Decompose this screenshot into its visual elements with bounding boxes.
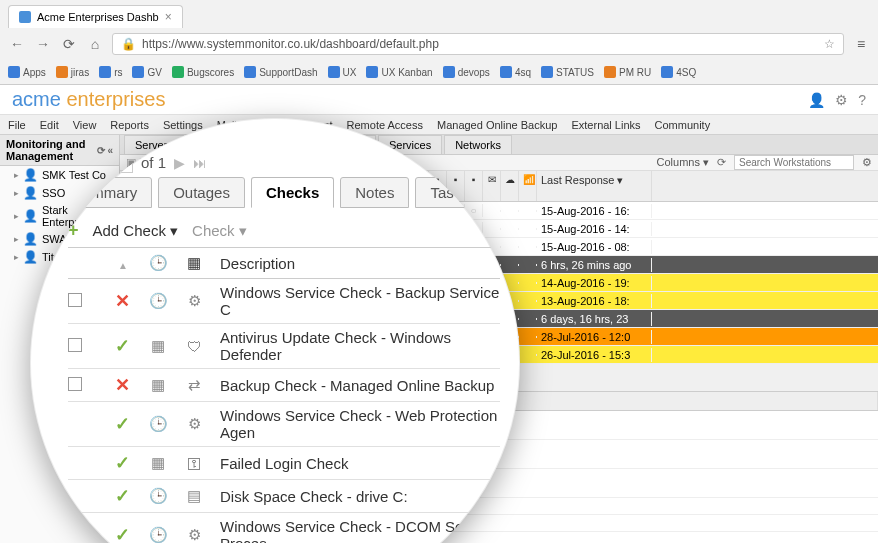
menu-item[interactable]: Settings — [163, 119, 203, 131]
clock-icon: 🕒 — [140, 487, 176, 505]
check-row[interactable]: ✕▦⇄Backup Check - Managed Online Backup — [68, 369, 500, 402]
help-icon[interactable]: ? — [858, 92, 866, 108]
swap-icon: ⇄ — [176, 376, 212, 394]
url-input[interactable]: 🔒 https://www.systemmonitor.co.uk/dashbo… — [112, 33, 844, 55]
col-broadcast[interactable]: 📶 — [519, 171, 537, 201]
calendar-icon[interactable]: ▦ — [176, 254, 212, 272]
home-icon[interactable]: ⌂ — [86, 36, 104, 52]
menu-item[interactable]: Community — [655, 119, 711, 131]
bookmark-icon — [172, 66, 184, 78]
check-row[interactable]: ✓🕒⚙Windows Service Check - Web Protectio… — [68, 402, 500, 447]
star-icon[interactable]: ☆ — [824, 37, 835, 51]
status-icon: ✓ — [115, 486, 130, 506]
collapse-icon[interactable]: « — [107, 145, 113, 156]
checkbox[interactable] — [68, 377, 82, 391]
bookmark-item[interactable]: GV — [132, 66, 161, 78]
pager-last-icon[interactable]: ⏭ — [193, 155, 207, 171]
bookmark-item[interactable]: UX Kanban — [366, 66, 432, 78]
search-input[interactable] — [734, 155, 854, 170]
refresh-icon[interactable]: ⟳ — [717, 156, 726, 169]
checks-header: ▲ 🕒 ▦ Description — [68, 248, 500, 279]
menu-icon[interactable]: ≡ — [852, 36, 870, 52]
bookmark-item[interactable]: devops — [443, 66, 490, 78]
reload-icon[interactable]: ⟳ — [60, 36, 78, 52]
gear-icon: ⚙ — [176, 415, 212, 433]
lens-tab[interactable]: Outages — [158, 177, 245, 208]
shield-icon: 🛡 — [176, 338, 212, 355]
menu-item[interactable]: Edit — [40, 119, 59, 131]
status-icon: ✓ — [115, 414, 130, 434]
view-tab[interactable]: Networks — [444, 135, 512, 154]
bookmark-item[interactable]: jiras — [56, 66, 89, 78]
detail-subtabs: ummaryOutagesChecksNotesTas — [68, 177, 500, 208]
client-icon: 👤 — [23, 168, 38, 182]
pager-next-icon[interactable]: ▶ — [174, 155, 185, 171]
bookmark-item[interactable]: 4SQ — [661, 66, 696, 78]
sort-icon[interactable]: ▲ — [118, 260, 128, 271]
back-icon[interactable]: ← — [8, 36, 26, 52]
bookmark-item[interactable]: 4sq — [500, 66, 531, 78]
bookmark-item[interactable]: UX — [328, 66, 357, 78]
settings-icon[interactable]: ⚙ — [835, 92, 848, 108]
menu-item[interactable]: File — [8, 119, 26, 131]
menu-item[interactable]: Remote Access — [347, 119, 423, 131]
menu-item[interactable]: External Links — [571, 119, 640, 131]
bookmark-item[interactable]: Apps — [8, 66, 46, 78]
checks-toolbar: + Add Check ▾ Check ▾ — [68, 214, 500, 248]
expand-icon: ▸ — [14, 211, 19, 221]
bookmark-icon — [661, 66, 673, 78]
bookmark-item[interactable]: PM RU — [604, 66, 651, 78]
clock-icon: 🕒 — [140, 415, 176, 433]
logo: acme enterprises — [12, 88, 165, 111]
refresh-icon[interactable]: ⟳ — [97, 145, 105, 156]
lens-tab[interactable]: Checks — [251, 177, 334, 208]
menu-bar: FileEditViewReportsSettingsMail Template… — [0, 115, 878, 135]
bookmark-icon — [244, 66, 256, 78]
checkbox[interactable] — [68, 338, 82, 352]
status-icon: ✓ — [115, 336, 130, 356]
check-row[interactable]: ✓▦🛡Antivirus Update Check - Windows Defe… — [68, 324, 500, 369]
sidebar-header: Monitoring and Management ⟳ « — [0, 135, 119, 166]
url-bar: ← → ⟳ ⌂ 🔒 https://www.systemmonitor.co.u… — [0, 28, 878, 60]
col-mail[interactable]: ✉ — [483, 171, 501, 201]
user-icon[interactable]: 👤 — [808, 92, 825, 108]
menu-item[interactable]: Reports — [110, 119, 149, 131]
clock-icon[interactable]: 🕒 — [140, 254, 176, 272]
close-icon[interactable]: × — [165, 10, 172, 24]
client-icon: 👤 — [23, 232, 38, 246]
col-last[interactable]: Last Response ▾ — [537, 171, 652, 201]
check-row[interactable]: ✓▦⚿Failed Login Check — [68, 447, 500, 480]
browser-tab-bar: Acme Enterprises Dashb × — [0, 0, 878, 28]
gear-icon: ⚙ — [176, 292, 212, 310]
check-description: Disk Space Check - drive C: — [212, 488, 500, 505]
bookmark-icon — [8, 66, 20, 78]
columns-button[interactable]: Columns ▾ — [657, 156, 709, 169]
col-description[interactable]: Description — [212, 255, 500, 272]
bookmark-item[interactable]: Bugscores — [172, 66, 234, 78]
bookmark-item[interactable]: rs — [99, 66, 122, 78]
col-cloud[interactable]: ☁ — [501, 171, 519, 201]
bookmark-icon — [541, 66, 553, 78]
menu-item[interactable]: Managed Online Backup — [437, 119, 557, 131]
check-row[interactable]: ✓🕒⚙Windows Service Check - DCOM Server P… — [68, 513, 500, 543]
checkbox[interactable] — [68, 293, 82, 307]
status-icon: ✓ — [115, 525, 130, 543]
browser-tab[interactable]: Acme Enterprises Dashb × — [8, 5, 183, 28]
check-menu[interactable]: Check ▾ — [192, 222, 247, 240]
col-s4[interactable]: ▪ — [465, 171, 483, 201]
pager-of: of 1 — [141, 154, 166, 171]
forward-icon[interactable]: → — [34, 36, 52, 52]
filter-icon[interactable]: ⚙ — [862, 156, 872, 169]
sidebar-item[interactable]: ▸👤SMK Test Co — [0, 166, 119, 184]
clock-icon: 🕒 — [140, 526, 176, 543]
key-icon: ⚿ — [176, 455, 212, 472]
add-check-button[interactable]: Add Check ▾ — [93, 222, 179, 240]
lens-tab[interactable]: Notes — [340, 177, 409, 208]
check-row[interactable]: ✕🕒⚙Windows Service Check - Backup Servic… — [68, 279, 500, 324]
bookmark-item[interactable]: STATUS — [541, 66, 594, 78]
menu-item[interactable]: View — [73, 119, 97, 131]
bookmark-item[interactable]: SupportDash — [244, 66, 317, 78]
check-row[interactable]: ✓🕒▤Disk Space Check - drive C: — [68, 480, 500, 513]
app-header: acme enterprises 👤 ⚙ ? — [0, 85, 878, 115]
bookmark-icon — [500, 66, 512, 78]
